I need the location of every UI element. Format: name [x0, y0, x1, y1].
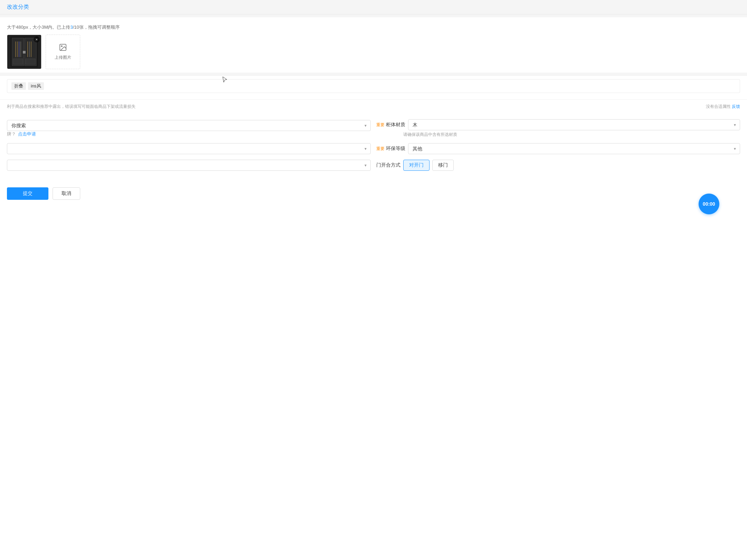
eco-level-label: 重要环保等级 [376, 146, 405, 152]
attr-col-eco: 重要环保等级 其他 ▼ [376, 143, 740, 154]
door-btn-sliding[interactable]: 移门 [432, 160, 454, 171]
section-divider-1 [0, 15, 747, 17]
empty-select[interactable] [7, 143, 371, 154]
tag-2: ins风 [28, 82, 44, 90]
eco-level-select[interactable]: 其他 [408, 143, 740, 154]
brand-search-select[interactable]: 你搜索 [7, 120, 371, 131]
cabinet-hint: 请确保该商品中含有所选材质 [376, 132, 740, 138]
cabinet-material-label: 重要柜体材质 [376, 122, 405, 128]
tags-input-area[interactable]: 折叠 ins风 [7, 79, 740, 93]
page-title: 改改分类 [7, 4, 29, 10]
warning-section: 利于商品在搜索和推荐中露出，错误填写可能面临商品下架或流量损失 没有合适属性 反… [0, 99, 747, 114]
eco-required-badge: 重要 [376, 146, 385, 151]
door-mode-buttons: 对开门 移门 [403, 160, 454, 171]
svg-rect-5 [24, 51, 26, 54]
timer-display: 00:00 [703, 201, 715, 207]
tag-1: 折叠 [11, 82, 26, 90]
attr-col-empty: ▼ [7, 143, 371, 154]
tags-section: 折叠 ins风 [0, 75, 747, 99]
brand-apply-link[interactable]: 点击申请 [18, 131, 36, 137]
image-hint: 大于480px，大小3M内。已上传3/10张，拖拽可调整顺序 [7, 24, 740, 30]
svg-point-16 [61, 46, 62, 47]
cabinet-required-badge: 重要 [376, 122, 385, 127]
door-mode-group: 门开合方式 对开门 移门 [376, 160, 740, 171]
page-wrapper: 改改分类 大于480px，大小3M内。已上传3/10张，拖拽可调整顺序 [0, 0, 747, 560]
search-group: 你搜索 ▼ [7, 120, 371, 131]
cabinet-material-group: 重要柜体材质 木 ▼ [376, 119, 740, 130]
cabinet-select-wrapper: 木 ▼ [408, 119, 740, 130]
door-mode-label: 门开合方式 [376, 162, 400, 168]
svg-rect-13 [13, 59, 23, 64]
warning-text: 利于商品在搜索和推荐中露出，错误填写可能面临商品下架或流量损失 [7, 104, 136, 110]
search-select-wrapper: 你搜索 ▼ [7, 120, 371, 131]
no-attr-feedback: 没有合适属性 反馈 [706, 104, 740, 110]
image-close-icon[interactable]: × [34, 36, 40, 43]
cancel-button[interactable]: 取消 [53, 187, 80, 200]
submit-button[interactable]: 提交 [7, 187, 48, 200]
empty-select-2[interactable] [7, 160, 371, 171]
brand-row: 牌？ 点击申请 [7, 131, 371, 137]
upload-label: 上传图片 [55, 55, 71, 60]
upload-image-button[interactable]: 上传图片 [46, 35, 80, 69]
uploaded-image-1: × [7, 35, 42, 69]
cabinet-material-select[interactable]: 木 [408, 119, 740, 130]
attr-row-1: 你搜索 ▼ 牌？ 点击申请 重要柜体材质 [7, 119, 740, 138]
bottom-section: 提交 取消 [0, 182, 747, 205]
image-section: 大于480px，大小3M内。已上传3/10张，拖拽可调整顺序 [0, 17, 747, 73]
attr-col-empty2: ▼ [7, 160, 371, 171]
top-bar: 改改分类 [0, 0, 747, 15]
feedback-link[interactable]: 反馈 [732, 104, 740, 109]
empty-select-wrapper-2: ▼ [7, 160, 371, 171]
section-divider-2 [0, 73, 747, 75]
timer-badge[interactable]: 00:00 [699, 194, 719, 214]
svg-rect-4 [23, 51, 24, 54]
attr-col-cabinet: 重要柜体材质 木 ▼ 请确保该商品中含有所选材质 [376, 119, 740, 138]
empty-group-2: ▼ [7, 160, 371, 171]
attr-col-door: 门开合方式 对开门 移门 [376, 160, 740, 171]
image-list: × 上传图片 [7, 35, 740, 69]
attr-row-3: ▼ 门开合方式 对开门 移门 [7, 160, 740, 171]
svg-rect-14 [26, 59, 35, 64]
attr-row-2: ▼ 重要环保等级 其他 ▼ [7, 143, 740, 154]
attr-col-search: 你搜索 ▼ 牌？ 点击申请 [7, 120, 371, 137]
door-btn-double[interactable]: 对开门 [403, 160, 430, 171]
empty-select-wrapper: ▼ [7, 143, 371, 154]
eco-level-group: 重要环保等级 其他 ▼ [376, 143, 740, 154]
empty-group: ▼ [7, 143, 371, 154]
attributes-section: 你搜索 ▼ 牌？ 点击申请 重要柜体材质 [0, 114, 747, 182]
upload-icon [59, 43, 67, 53]
eco-select-wrapper: 其他 ▼ [408, 143, 740, 154]
